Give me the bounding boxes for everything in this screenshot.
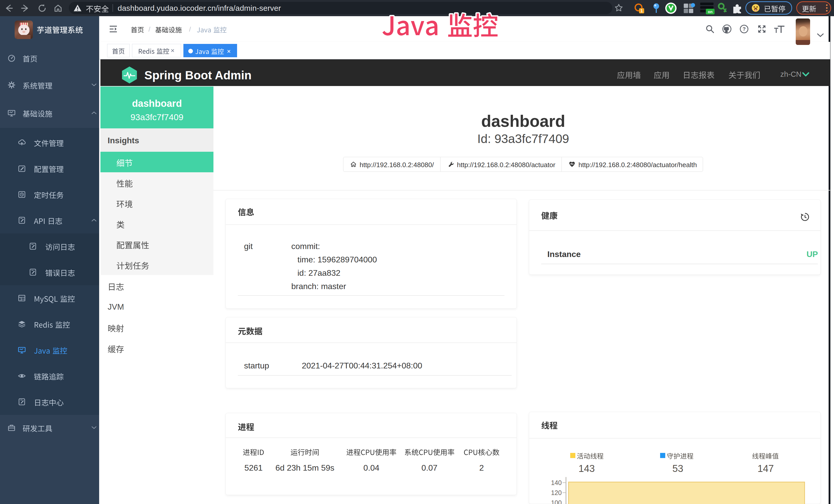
svg-text:1: 1 [641, 9, 643, 13]
svg-text:?: ? [743, 26, 746, 32]
svg-text:on: on [708, 9, 712, 14]
